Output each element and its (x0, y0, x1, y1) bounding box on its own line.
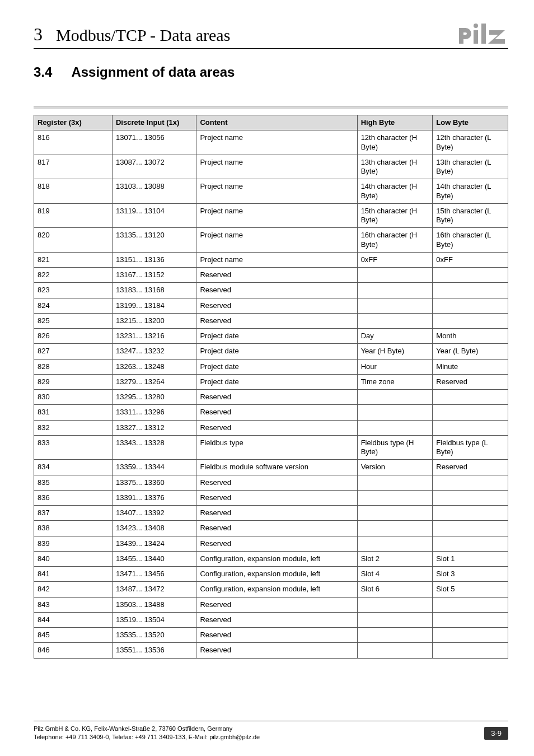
table-row: 84113471... 13456Configuration, expansio… (34, 567, 508, 582)
cell-register: 826 (34, 329, 113, 344)
cell-discrete-input: 13119... 13104 (112, 203, 196, 228)
cell-register: 827 (34, 344, 113, 359)
section-number: 3.4 (34, 64, 52, 80)
cell-register: 819 (34, 203, 113, 228)
table-row: 82013135... 13120Project name16th charac… (34, 228, 508, 253)
cell-discrete-input: 13103... 13088 (112, 179, 196, 204)
table-row: 84613551... 13536Reserved (34, 643, 508, 658)
cell-content: Reserved (196, 628, 357, 643)
footer-contact-line: Telephone: +49 711 3409-0, Telefax: +49 … (34, 733, 260, 741)
table-row: 82213167... 13152Reserved (34, 268, 508, 283)
cell-register: 842 (34, 582, 113, 597)
cell-high-byte: Slot 4 (357, 567, 433, 582)
cell-content: Project name (196, 203, 357, 228)
cell-low-byte: 12th character (L Byte) (433, 130, 508, 155)
cell-low-byte: Fieldbus type (L Byte) (433, 435, 508, 460)
cell-content: Project date (196, 329, 357, 344)
th-high-byte: High Byte (357, 115, 433, 130)
svg-rect-2 (481, 24, 486, 44)
cell-high-byte: Slot 6 (357, 582, 433, 597)
cell-discrete-input: 13423... 13408 (112, 521, 196, 536)
cell-high-byte (357, 612, 433, 627)
table-row: 84513535... 13520Reserved (34, 628, 508, 643)
cell-content: Fieldbus module software version (196, 460, 357, 475)
cell-discrete-input: 13183... 13168 (112, 283, 196, 298)
table-row: 83613391... 13376Reserved (34, 490, 508, 505)
cell-content: Reserved (196, 283, 357, 298)
cell-low-byte: 16th character (L Byte) (433, 228, 508, 253)
section-heading: 3.4 Assignment of data areas (34, 64, 508, 80)
table-row: 83913439... 13424Reserved (34, 536, 508, 551)
cell-high-byte (357, 475, 433, 490)
cell-high-byte (357, 628, 433, 643)
section-title: Assignment of data areas (71, 64, 235, 80)
cell-content: Project name (196, 155, 357, 179)
table-row: 82113151... 13136Project name0xFF0xFF (34, 252, 508, 267)
cell-content: Reserved (196, 268, 357, 283)
cell-low-byte: 13th character (L Byte) (433, 155, 508, 179)
cell-discrete-input: 13519... 13504 (112, 612, 196, 627)
cell-register: 836 (34, 490, 113, 505)
cell-content: Reserved (196, 506, 357, 521)
cell-content: Fieldbus type (196, 435, 357, 460)
cell-discrete-input: 13535... 13520 (112, 628, 196, 643)
cell-low-byte (433, 475, 508, 490)
cell-high-byte: 16th character (H Byte) (357, 228, 433, 253)
cell-register: 841 (34, 567, 113, 582)
table-row: 84213487... 13472Configuration, expansio… (34, 582, 508, 597)
cell-high-byte: 13th character (H Byte) (357, 155, 433, 179)
cell-high-byte: Year (H Byte) (357, 344, 433, 359)
table-header-row: Register (3x) Discrete Input (1x) Conten… (34, 115, 508, 130)
cell-low-byte (433, 268, 508, 283)
cell-register: 825 (34, 313, 113, 328)
th-discrete-input: Discrete Input (1x) (112, 115, 196, 130)
cell-register: 837 (34, 506, 113, 521)
cell-discrete-input: 13343... 13328 (112, 435, 196, 460)
cell-high-byte (357, 536, 433, 551)
cell-content: Reserved (196, 597, 357, 612)
table-row: 82813263... 13248Project dateHourMinute (34, 359, 508, 374)
cell-content: Reserved (196, 405, 357, 420)
cell-register: 843 (34, 597, 113, 612)
th-register: Register (3x) (34, 115, 113, 130)
cell-register: 834 (34, 460, 113, 475)
cell-low-byte (433, 506, 508, 521)
cell-content: Project name (196, 179, 357, 204)
cell-discrete-input: 13391... 13376 (112, 490, 196, 505)
cell-register: 846 (34, 643, 113, 658)
cell-content: Project date (196, 359, 357, 374)
cell-register: 838 (34, 521, 113, 536)
cell-register: 835 (34, 475, 113, 490)
cell-low-byte (433, 597, 508, 612)
cell-content: Reserved (196, 390, 357, 405)
cell-discrete-input: 13199... 13184 (112, 298, 196, 313)
cell-high-byte (357, 506, 433, 521)
chapter-number: 3 (34, 24, 43, 45)
cell-low-byte: Reserved (433, 460, 508, 475)
cell-discrete-input: 13359... 13344 (112, 460, 196, 475)
cell-discrete-input: 13247... 13232 (112, 344, 196, 359)
table-row: 82313183... 13168Reserved (34, 283, 508, 298)
cell-register: 821 (34, 252, 113, 267)
cell-register: 844 (34, 612, 113, 627)
table-row: 83813423... 13408Reserved (34, 521, 508, 536)
table-row: 84413519... 13504Reserved (34, 612, 508, 627)
cell-discrete-input: 13231... 13216 (112, 329, 196, 344)
cell-content: Reserved (196, 298, 357, 313)
cell-discrete-input: 13487... 13472 (112, 582, 196, 597)
th-content: Content (196, 115, 357, 130)
cell-discrete-input: 13407... 13392 (112, 506, 196, 521)
data-area-table: Register (3x) Discrete Input (1x) Conten… (34, 115, 508, 659)
cell-discrete-input: 13135... 13120 (112, 228, 196, 253)
cell-low-byte: 14th character (L Byte) (433, 179, 508, 204)
cell-discrete-input: 13151... 13136 (112, 252, 196, 267)
chapter-title: Modbus/TCP - Data areas (56, 26, 457, 45)
cell-low-byte: 15th character (L Byte) (433, 203, 508, 228)
cell-discrete-input: 13311... 13296 (112, 405, 196, 420)
table-row: 83413359... 13344Fieldbus module softwar… (34, 460, 508, 475)
table-row: 82513215... 13200Reserved (34, 313, 508, 328)
table-row: 83513375... 13360Reserved (34, 475, 508, 490)
table-row: 81813103... 13088Project name14th charac… (34, 179, 508, 204)
cell-discrete-input: 13503... 13488 (112, 597, 196, 612)
cell-discrete-input: 13167... 13152 (112, 268, 196, 283)
